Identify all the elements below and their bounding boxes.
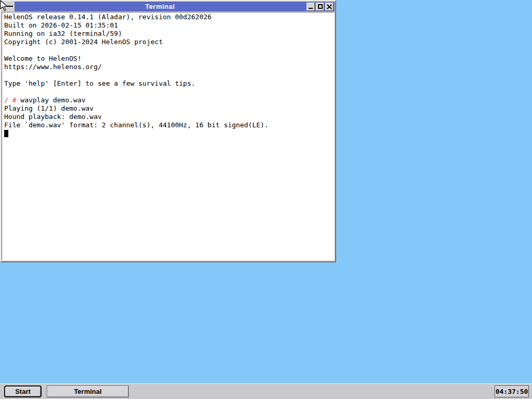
- terminal-text-segment: / #: [4, 96, 20, 104]
- terminal-line: Playing (1/1) demo.wav: [4, 104, 334, 113]
- terminal-text-segment: Playing (1/1) demo.wav: [4, 104, 94, 112]
- sysmenu-dash-icon: [6, 6, 13, 7]
- window-title: Terminal: [145, 3, 175, 10]
- window-titlebar[interactable]: Terminal: [15, 2, 305, 11]
- terminal-line: [4, 46, 334, 55]
- terminal-line: / # wavplay demo.wav: [4, 96, 334, 104]
- taskbar: Start Terminal 04:37:50: [0, 383, 532, 399]
- terminal-line: Copyright (c) 2001-2024 HelenOS project: [4, 38, 334, 46]
- terminal-text-segment: Running on ia32 (terminal/59): [4, 30, 122, 37]
- terminal-text-segment: File `demo.wav' format: 2 channel(s), 44…: [4, 121, 269, 129]
- close-button[interactable]: [325, 3, 334, 11]
- start-button[interactable]: Start: [4, 385, 42, 397]
- maximize-button[interactable]: [316, 3, 324, 11]
- terminal-line: File `demo.wav' format: 2 channel(s), 44…: [4, 121, 334, 129]
- terminal-text-segment: Hound playback: demo.wav: [4, 113, 102, 121]
- taskbar-task-terminal[interactable]: Terminal: [47, 385, 129, 397]
- sysmenu-button[interactable]: [2, 2, 15, 11]
- terminal-text-segment: Welcome to HelenOS!: [4, 55, 82, 62]
- terminal-line: [4, 71, 334, 79]
- terminal-text-segment: https://www.helenos.org/: [4, 63, 102, 71]
- terminal-line: [4, 129, 334, 138]
- terminal-line: HelenOS release 0.14.1 (Aladar), revisio…: [4, 13, 334, 21]
- terminal-line: https://www.helenos.org/: [4, 63, 334, 71]
- close-icon: [327, 4, 332, 9]
- terminal-line: Built on 2026-02-15 01:35:01: [4, 21, 334, 30]
- terminal-line: [4, 88, 334, 96]
- window-controls: [305, 2, 335, 11]
- terminal-line: Running on ia32 (terminal/59): [4, 30, 334, 38]
- terminal-line: Hound playback: demo.wav: [4, 113, 334, 121]
- terminal-line: Welcome to HelenOS!: [4, 55, 334, 63]
- terminal-text-segment: Type 'help' [Enter] to see a few surviva…: [4, 79, 195, 87]
- terminal-text-segment: Copyright (c) 2001-2024 HelenOS project: [4, 38, 163, 46]
- maximize-icon: [318, 4, 323, 9]
- terminal-text-segment: HelenOS release 0.14.1 (Aladar), revisio…: [4, 13, 211, 21]
- terminal-text-segment: Built on 2026-02-15 01:35:01: [4, 21, 118, 29]
- minimize-icon: [309, 8, 313, 9]
- terminal-text-segment: wavplay demo.wav: [20, 96, 85, 104]
- minimize-button[interactable]: [307, 3, 315, 11]
- terminal-output[interactable]: HelenOS release 0.14.1 (Aladar), revisio…: [2, 12, 335, 261]
- taskbar-clock: 04:37:50: [495, 385, 529, 397]
- terminal-window: Terminal HelenOS release 0.14.1 (Aladar)…: [0, 0, 336, 262]
- window-titlebar-row: Terminal: [2, 2, 335, 11]
- terminal-line: Type 'help' [Enter] to see a few surviva…: [4, 79, 334, 88]
- terminal-cursor: [4, 130, 8, 137]
